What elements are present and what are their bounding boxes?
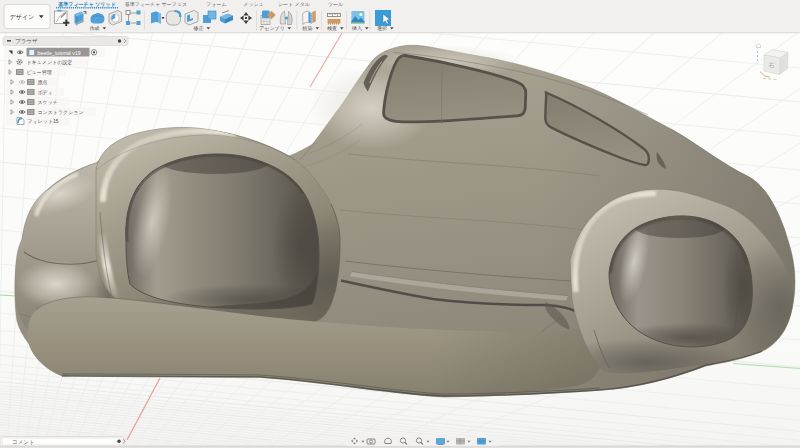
svg-text:アセンブリ: アセンブリ bbox=[259, 25, 285, 31]
svg-text:構築: 構築 bbox=[302, 25, 313, 31]
svg-text:ボディ: ボディ bbox=[38, 89, 53, 95]
svg-text:挿入: 挿入 bbox=[351, 25, 362, 31]
svg-text:ブラウザ: ブラウザ bbox=[15, 38, 38, 44]
svg-text:選択: 選択 bbox=[377, 25, 387, 31]
svg-text:検査: 検査 bbox=[327, 25, 337, 31]
svg-text:beetle_tutorial v19: beetle_tutorial v19 bbox=[38, 50, 81, 56]
svg-text:ドキュメントの設定: ドキュメントの設定 bbox=[27, 59, 73, 66]
svg-text:コンストラクション: コンストラクション bbox=[38, 109, 84, 115]
svg-text:右: 右 bbox=[768, 61, 775, 69]
svg-text:コメント: コメント bbox=[12, 439, 35, 445]
svg-text:メッシュ: メッシュ bbox=[243, 1, 263, 7]
svg-text:フィレット15: フィレット15 bbox=[28, 118, 59, 124]
svg-text:基準フィーチャ ソリッド: 基準フィーチャ ソリッド bbox=[57, 1, 115, 8]
svg-text:シート メタル: シート メタル bbox=[278, 1, 310, 7]
svg-text:ツール: ツール bbox=[328, 1, 343, 7]
svg-text:基準フィーチャ サーフェス: 基準フィーチャ サーフェス bbox=[125, 1, 187, 7]
svg-text:作成: 作成 bbox=[90, 25, 100, 31]
svg-text:ビュー管理: ビュー管理 bbox=[27, 69, 52, 76]
svg-text:スケッチ: スケッチ bbox=[38, 99, 58, 105]
svg-text:原点: 原点 bbox=[38, 79, 48, 85]
svg-text:修正: 修正 bbox=[193, 25, 204, 31]
svg-text:デザイン: デザイン bbox=[10, 14, 35, 20]
svg-text:フォーム: フォーム bbox=[206, 1, 226, 7]
